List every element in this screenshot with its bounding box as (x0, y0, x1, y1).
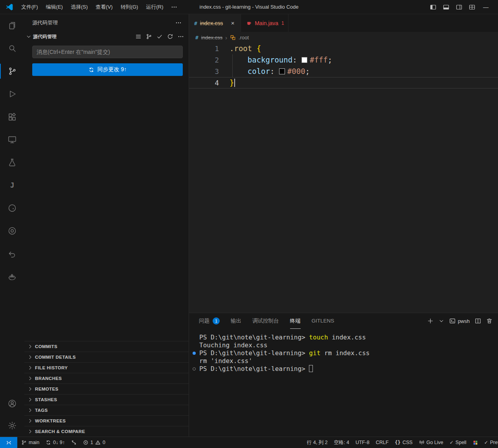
activity-item-run-debug[interactable] (0, 83, 24, 105)
accounts-icon (7, 399, 17, 408)
go-live[interactable]: Go Live (416, 437, 447, 448)
toggle-primary-sidebar-icon[interactable] (430, 4, 436, 10)
section-stashes[interactable]: STASHES (24, 394, 189, 405)
close-tab-icon[interactable]: × (229, 19, 237, 27)
chevron-right-icon (28, 376, 33, 381)
code-line: 4} (189, 77, 498, 88)
source-control-section-header[interactable]: 源代码管理 (24, 31, 189, 42)
graph-icon[interactable] (146, 33, 152, 40)
section-file-history[interactable]: FILE HISTORY (24, 362, 189, 373)
code-line: 1.root { (189, 43, 498, 54)
activity-item-settings[interactable] (0, 415, 24, 437)
breadcrumb-file[interactable]: index.css (201, 35, 222, 41)
section-tags[interactable]: TAGS (24, 405, 189, 415)
split-terminal-icon[interactable] (475, 318, 481, 324)
more-actions-icon[interactable] (175, 20, 182, 26)
section-branches[interactable]: BRANCHES (24, 373, 189, 383)
new-terminal-icon[interactable] (427, 318, 434, 324)
activity-item-search[interactable] (0, 37, 24, 60)
remote-indicator[interactable] (0, 437, 17, 448)
refresh-icon[interactable] (167, 33, 173, 40)
section-search-compare[interactable]: SEARCH & COMPARE (24, 426, 189, 437)
toggle-panel-icon[interactable] (443, 4, 449, 10)
terminal-profile[interactable]: pwsh (449, 318, 470, 324)
activity-item-source-control[interactable] (0, 60, 24, 83)
code-token: #000 (287, 67, 305, 76)
activity-item-extensions[interactable] (0, 105, 24, 128)
activity-item-gitlens[interactable] (0, 242, 24, 265)
more-icon[interactable] (178, 33, 184, 40)
panel-tab-label: 问题 (199, 317, 209, 324)
testing-icon (7, 158, 17, 167)
encoding[interactable]: UTF-8 (352, 437, 372, 448)
code-token: .root (230, 44, 252, 53)
menu-运行(R)[interactable]: 运行(R) (142, 0, 167, 14)
panel-tab-输出[interactable]: 输出 (231, 313, 241, 329)
panel-tab-GITLENS[interactable]: GITLENS (312, 313, 334, 329)
check-icon[interactable] (156, 33, 163, 40)
command-decoration-success[interactable] (193, 352, 196, 355)
commit-message-input[interactable] (32, 46, 183, 58)
panel-tab-调试控制台[interactable]: 调试控制台 (252, 313, 279, 329)
launch-profile-chevron-icon[interactable] (439, 318, 444, 324)
color-swatch[interactable] (301, 57, 307, 63)
section-label: COMMIT DETAILS (35, 355, 76, 360)
search-icon (7, 44, 17, 53)
toggle-secondary-sidebar-icon[interactable] (456, 4, 462, 10)
section-commit-details[interactable]: COMMIT DETAILS (24, 352, 189, 362)
editor-code[interactable]: 1.root {2 background: #fff;3 color: #000… (189, 43, 498, 88)
graph-status[interactable] (68, 437, 80, 448)
spell-checker[interactable]: ✓Spell (447, 437, 470, 448)
code-token (230, 55, 248, 64)
branch-status[interactable]: main (18, 437, 42, 448)
menu-转到(G)[interactable]: 转到(G) (117, 0, 142, 14)
panel-tab-终端[interactable]: 终端 (290, 313, 301, 329)
menu-查看(V)[interactable]: 查看(V) (92, 0, 116, 14)
sync-status[interactable]: 0↓ 9↑ (42, 437, 68, 448)
activity-item-gradle[interactable] (0, 197, 24, 219)
indentation[interactable]: 空格: 4 (331, 437, 353, 448)
problems-status[interactable]: 10 (80, 437, 108, 448)
tab-index-css[interactable]: #index.css× (189, 14, 241, 32)
chevron-right-icon (28, 429, 33, 434)
activity-item-java[interactable]: J (0, 174, 24, 197)
menu-编辑(E)[interactable]: 编辑(E) (42, 0, 67, 14)
vscode-window: 文件(F)编辑(E)选择(S)查看(V)转到(G)运行(R) index.css… (0, 0, 498, 448)
explorer-icon (7, 21, 17, 30)
prettier[interactable]: ✓Prettier (481, 437, 498, 448)
color-swatch[interactable] (279, 68, 285, 74)
menu-选择(S)[interactable]: 选择(S) (67, 0, 92, 14)
kill-terminal-icon[interactable] (486, 318, 492, 324)
section-commits[interactable]: COMMITS (24, 341, 189, 352)
extension-status[interactable] (470, 437, 481, 448)
java-file-icon (246, 20, 252, 26)
activity-item-accounts[interactable] (0, 393, 24, 415)
cursor-position[interactable]: 行 4, 列 2 (304, 437, 331, 448)
tab-main-java[interactable]: Main.java1 (241, 14, 289, 32)
activity-item-docker[interactable] (0, 265, 24, 288)
section-remotes[interactable]: REMOTES (24, 383, 189, 394)
activity-item-remote-explorer[interactable] (0, 128, 24, 151)
minimize-button[interactable]: — (475, 4, 498, 10)
check-icon: ✓ (450, 440, 454, 445)
section-label: WORKTREES (35, 419, 66, 423)
terminal-content[interactable]: PS D:\git\note\git-learning> touch index… (189, 329, 498, 373)
command-decoration-pending[interactable] (193, 367, 196, 371)
panel-tab-问题[interactable]: 问题1 (199, 313, 220, 329)
status-text: Spell (456, 440, 467, 445)
customize-layout-icon[interactable] (469, 4, 475, 10)
breadcrumb-symbol[interactable]: .root (239, 35, 249, 41)
language-mode[interactable]: {}CSS (392, 437, 416, 448)
line-number: 4 (189, 77, 219, 88)
activity-item-explorer[interactable] (0, 14, 24, 37)
activity-item-testing[interactable] (0, 151, 24, 174)
menu-more-icon[interactable] (167, 4, 181, 10)
view-list-icon[interactable] (135, 33, 141, 40)
section-worktrees[interactable]: WORKTREES (24, 415, 189, 426)
eol[interactable]: CRLF (373, 437, 392, 448)
sync-changes-button[interactable]: 同步更改 9↑ (32, 63, 183, 76)
activity-item-live-server[interactable] (0, 219, 24, 242)
status-text: 0 (103, 440, 105, 445)
css-file-icon: # (195, 35, 198, 41)
menu-文件(F)[interactable]: 文件(F) (17, 0, 42, 14)
